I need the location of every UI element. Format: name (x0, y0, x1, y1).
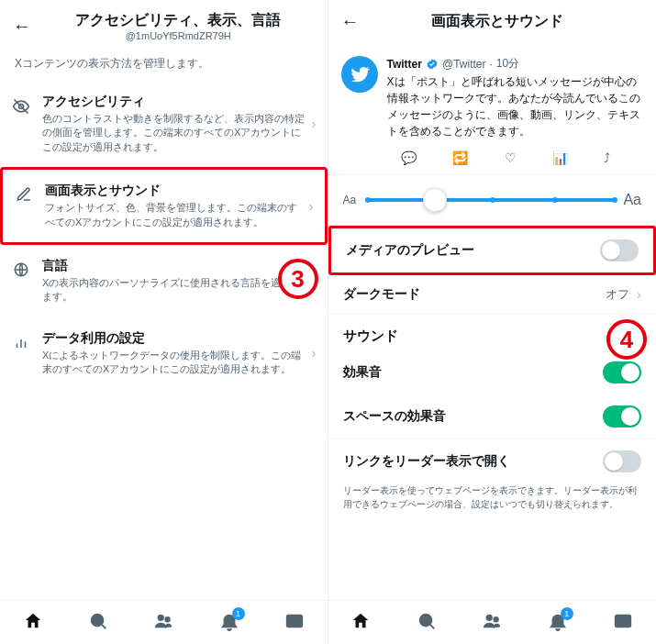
like-icon[interactable]: ♡ (505, 150, 517, 165)
header-left: ← アクセシビリティ、表示、言語 @1mUoYf5RmdZR79H (0, 0, 328, 52)
list-item-data-usage[interactable]: データ利用の設定 Xによるネットワークデータの使用を制限します。この端末のすべて… (0, 317, 328, 390)
tweet-header: Twitter @Twitter · 10分 (387, 56, 644, 72)
svg-point-6 (92, 614, 104, 626)
list-item-desc: 色のコントラストや動きを制限するなど、表示内容の特定の側面を管理します。この端末… (42, 112, 308, 154)
list-item-title: アクセシビリティ (42, 94, 308, 110)
tweet-sep: · (489, 58, 492, 71)
list-item-display-sound[interactable]: 画面表示とサウンド フォントサイズ、色、背景を管理します。この端末のすべてのXア… (0, 167, 328, 245)
list-item-desc: フォントサイズ、色、背景を管理します。この端末のすべてのXアカウントにこの設定が… (45, 201, 306, 229)
chevron-right-icon: › (312, 346, 317, 361)
list-item-desc: Xによるネットワークデータの使用を制限します。この端末のすべてのXアカウントにこ… (42, 349, 308, 377)
twitter-avatar-icon (341, 56, 378, 93)
globe-icon (11, 261, 31, 278)
nav-notifications-icon[interactable]: 1 (219, 611, 239, 635)
setting-label: 効果音 (343, 364, 604, 381)
list-item-body: 画面表示とサウンド フォントサイズ、色、背景を管理します。この端末のすべてのXア… (45, 183, 306, 229)
views-icon[interactable]: 📊 (552, 150, 568, 165)
nav-home-icon[interactable] (23, 611, 43, 635)
svg-line-12 (430, 625, 434, 628)
reply-icon[interactable]: 💬 (401, 150, 417, 165)
tweet-actions: 💬 🔁 ♡ 📊 ⤴ (328, 145, 657, 174)
font-size-slider[interactable] (365, 198, 614, 202)
list-item-title: データ利用の設定 (42, 330, 308, 347)
list-item-accessibility[interactable]: アクセシビリティ 色のコントラストや動きを制限するなど、表示内容の特定の側面を管… (0, 81, 328, 167)
nav-search-icon[interactable] (417, 611, 437, 635)
slider-thumb[interactable] (423, 188, 447, 212)
display-sound-pane: ← 画面表示とサウンド Twitter @Twitter · 10分 Xは「ポス… (328, 0, 657, 644)
nav-messages-icon[interactable] (613, 611, 633, 635)
nav-search-icon[interactable] (88, 611, 108, 635)
svg-point-11 (419, 614, 431, 626)
nav-communities-icon[interactable] (482, 611, 502, 635)
bars-icon (11, 334, 31, 350)
nav-communities-icon[interactable] (153, 611, 173, 635)
svg-point-9 (166, 616, 171, 621)
setting-media-preview[interactable]: メディアのプレビュー (328, 226, 657, 275)
verified-badge-icon (426, 58, 439, 71)
tweet-handle: @Twitter (442, 58, 486, 71)
setting-label: メディアのプレビュー (346, 242, 601, 259)
reader-hint: リーダー表示を使ってウェブページを表示できます。リーダー表示が利用できるウェブペ… (328, 483, 657, 520)
setting-label: ダークモード (343, 286, 606, 303)
sample-tweet: Twitter @Twitter · 10分 Xは「ポスト」と呼ばれる短いメッセ… (328, 43, 657, 145)
callout-badge-4: 4 (606, 319, 647, 360)
pencil-icon (14, 186, 34, 203)
list-item-body: 言語 Xの表示内容のパーソナライズに使用される言語を適用します。 (42, 258, 308, 305)
sound-effect-toggle[interactable] (603, 361, 641, 383)
svg-point-14 (495, 616, 499, 621)
settings-list: アクセシビリティ 色のコントラストや動きを制限するなど、表示内容の特定の側面を管… (0, 81, 328, 644)
list-item-body: アクセシビリティ 色のコントラストや動きを制限するなど、表示内容の特定の側面を管… (42, 94, 308, 154)
setting-label: リンクをリーダー表示で開く (343, 453, 604, 470)
svg-line-7 (102, 625, 106, 628)
tweet-body: Twitter @Twitter · 10分 Xは「ポスト」と呼ばれる短いメッセ… (387, 56, 644, 139)
media-preview-toggle[interactable] (600, 239, 639, 261)
page-title: 画面表示とサウンド (371, 12, 626, 31)
settings-accessibility-pane: ← アクセシビリティ、表示、言語 @1mUoYf5RmdZR79H Xコンテンツ… (0, 0, 328, 644)
tweet-text: Xは「ポスト」と呼ばれる短いメッセージが中心の情報ネットワークです。あなたが今読… (387, 73, 644, 139)
chevron-right-icon: › (637, 287, 641, 302)
header-right: ← 画面表示とサウンド (328, 0, 657, 43)
eye-off-icon (11, 97, 31, 116)
bottom-nav-right: 1 (328, 600, 657, 644)
setting-value: オフ (606, 286, 629, 303)
setting-label: スペースの効果音 (343, 408, 604, 425)
space-sound-toggle[interactable] (603, 405, 641, 427)
chevron-right-icon: › (309, 199, 314, 214)
list-item-body: データ利用の設定 Xによるネットワークデータの使用を制限します。この端末のすべて… (42, 330, 308, 377)
page-subtitle: @1mUoYf5RmdZR79H (42, 30, 315, 41)
nav-messages-icon[interactable] (284, 611, 305, 635)
bottom-nav-left: 1 (0, 600, 328, 644)
nav-notifications-icon[interactable]: 1 (548, 611, 568, 635)
back-arrow-icon[interactable]: ← (13, 16, 31, 37)
reader-link-toggle[interactable] (603, 450, 641, 472)
page-description: Xコンテンツの表示方法を管理します。 (0, 52, 328, 81)
page-title: アクセシビリティ、表示、言語 (42, 11, 315, 30)
svg-point-8 (159, 615, 164, 620)
font-small-label: Aa (343, 194, 357, 206)
callout-badge-3: 3 (278, 259, 318, 299)
retweet-icon[interactable]: 🔁 (452, 150, 468, 165)
tweet-author-name: Twitter (387, 58, 422, 71)
setting-reader-link[interactable]: リンクをリーダー表示で開く (328, 439, 657, 483)
list-item-title: 言語 (42, 258, 308, 274)
notification-badge: 1 (232, 607, 245, 620)
nav-home-icon[interactable] (350, 611, 371, 635)
back-arrow-icon[interactable]: ← (341, 11, 360, 32)
notification-badge: 1 (561, 607, 573, 620)
svg-point-13 (487, 615, 493, 620)
tweet-time: 10分 (496, 56, 519, 72)
list-item-title: 画面表示とサウンド (45, 183, 306, 199)
chevron-right-icon: › (312, 117, 317, 131)
setting-space-sound[interactable]: スペースの効果音 (328, 394, 657, 439)
font-size-slider-row: Aa Aa (328, 175, 657, 225)
font-large-label: Aa (623, 192, 641, 208)
share-icon[interactable]: ⤴ (604, 150, 610, 165)
setting-sound-effect[interactable]: 効果音 (328, 350, 657, 394)
setting-dark-mode[interactable]: ダークモード オフ › (328, 275, 657, 314)
list-item-desc: Xの表示内容のパーソナライズに使用される言語を適用します。 (42, 276, 308, 305)
header-title-block: アクセシビリティ、表示、言語 @1mUoYf5RmdZR79H (42, 11, 315, 41)
